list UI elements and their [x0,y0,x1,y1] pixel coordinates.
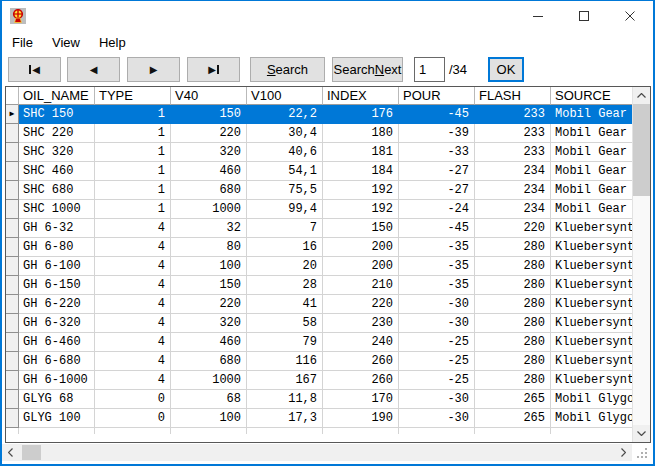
last-record-button[interactable]: ▶ [187,57,240,82]
row-selector[interactable] [6,371,19,390]
scroll-down-button[interactable] [633,425,650,442]
table-row[interactable]: GH 6-460446079240-25280Kluebersynth [6,333,632,352]
table-row[interactable]: SHC 10001100099,4192-24234Mobil Gear [6,200,632,219]
grid-cell[interactable]: 176 [323,105,399,124]
grid-cell[interactable]: 210 [323,276,399,295]
row-selector[interactable] [6,181,19,200]
record-number-input[interactable] [414,57,445,82]
grid-header-oil-name[interactable]: OIL_NAME [19,87,95,105]
grid-cell[interactable]: -25 [399,352,475,371]
grid-cell[interactable]: 4 [95,314,171,333]
grid-cell[interactable]: 234 [475,181,551,200]
grid-header-index[interactable]: INDEX [323,87,399,105]
grid-header-v100[interactable]: V100 [247,87,323,105]
grid-cell[interactable]: SHC 1000 [19,200,95,219]
row-selector[interactable] [6,238,19,257]
row-selector[interactable] [6,257,19,276]
grid-header-v40[interactable]: V40 [171,87,247,105]
grid-cell[interactable]: 280 [475,257,551,276]
grid-cell[interactable]: 0 [95,409,171,428]
grid-cell[interactable]: 230 [323,314,399,333]
grid-cell[interactable]: GH 6-220 [19,295,95,314]
grid-cell[interactable]: GH 6-32 [19,219,95,238]
grid-cell[interactable]: 4 [95,333,171,352]
grid-cell[interactable]: 22,2 [247,105,323,124]
row-selector[interactable] [6,219,19,238]
grid-cell[interactable]: 4 [95,276,171,295]
grid-cell[interactable]: -30 [399,390,475,409]
table-row[interactable]: GH 6-8048016200-35280Kluebersynth [6,238,632,257]
grid-cell[interactable]: -30 [399,409,475,428]
grid-cell[interactable]: 170 [323,390,399,409]
grid-cell[interactable]: GLYG 100 [19,409,95,428]
grid-cell[interactable]: 167 [247,371,323,390]
grid-cell[interactable]: 320 [171,143,247,162]
grid-cell[interactable]: Kluebersynth [551,314,632,333]
grid-cell[interactable]: 192 [323,200,399,219]
table-row[interactable]: GH 6-6804680116260-25280Kluebersynth [6,352,632,371]
grid-cell[interactable]: 220 [323,295,399,314]
grid-cell[interactable]: GLYG 68 [19,390,95,409]
table-row[interactable]: SHC 680168075,5192-27234Mobil Gear [6,181,632,200]
grid-cell[interactable]: 200 [323,238,399,257]
vertical-scrollbar-thumb[interactable] [633,104,650,196]
grid-cell[interactable]: Mobil Gear [551,143,632,162]
grid-cell[interactable]: 233 [475,105,551,124]
horizontal-scrollbar-thumb[interactable] [22,445,41,460]
vertical-scrollbar[interactable] [632,87,650,442]
grid-cell[interactable]: 100 [171,257,247,276]
grid-cell[interactable]: 180 [323,124,399,143]
grid-cell[interactable]: Mobil Gear [551,200,632,219]
grid-cell[interactable]: 680 [171,352,247,371]
grid-cell[interactable]: 200 [323,257,399,276]
close-button[interactable] [607,1,653,31]
scroll-up-button[interactable] [633,87,650,104]
grid-cell[interactable]: 11,8 [247,390,323,409]
grid-cell[interactable]: 4 [95,257,171,276]
scroll-right-button[interactable] [615,444,632,461]
grid-cell[interactable]: 233 [475,124,551,143]
grid-cell[interactable]: 1000 [171,200,247,219]
grid-cell[interactable]: 41 [247,295,323,314]
title-bar[interactable] [2,1,653,31]
table-row[interactable]: GLYG 6806811,8170-30265Mobil Glygoyl [6,390,632,409]
grid-header-pour[interactable]: POUR [399,87,475,105]
grid-cell[interactable]: 80 [171,238,247,257]
grid-cell[interactable]: 1 [95,143,171,162]
grid-cell[interactable]: GH 6-680 [19,352,95,371]
search-button[interactable]: Search [250,57,325,82]
row-selector[interactable] [6,124,19,143]
grid-cell[interactable]: 234 [475,200,551,219]
row-selector[interactable] [6,333,19,352]
grid-cell[interactable]: GH 6-100 [19,257,95,276]
table-row[interactable]: SHC 320132040,6181-33233Mobil Gear [6,143,632,162]
grid-cell[interactable]: -39 [399,124,475,143]
search-next-button[interactable]: Search Next [332,57,403,82]
table-row[interactable]: GLYG 100010017,3190-30265Mobil Glygoyl [6,409,632,428]
grid-cell[interactable]: SHC 150 [19,105,95,124]
grid-cell[interactable]: SHC 220 [19,124,95,143]
grid-cell[interactable]: 40,6 [247,143,323,162]
grid-cell[interactable]: 1 [95,105,171,124]
grid-cell[interactable]: Mobil Gear [551,162,632,181]
grid-cell[interactable]: 280 [475,371,551,390]
grid-cell[interactable]: 220 [475,219,551,238]
grid-cell[interactable]: 234 [475,162,551,181]
grid-cell[interactable]: 460 [171,333,247,352]
grid-cell[interactable]: 150 [171,276,247,295]
grid-cell[interactable]: GH 6-150 [19,276,95,295]
grid-cell[interactable]: 0 [95,390,171,409]
grid-cell[interactable]: -45 [399,219,475,238]
grid-cell[interactable]: 280 [475,276,551,295]
grid-cell[interactable]: 30,4 [247,124,323,143]
grid-cell[interactable]: Kluebersynth [551,238,632,257]
grid-cell[interactable]: -30 [399,314,475,333]
grid-cell[interactable]: 28 [247,276,323,295]
grid-cell[interactable]: 17,3 [247,409,323,428]
grid-cell[interactable]: Mobil Gear [551,124,632,143]
grid-cell[interactable]: 54,1 [247,162,323,181]
grid-cell[interactable]: Mobil Gear [551,105,632,124]
grid-header-source[interactable]: SOURCE [551,87,632,105]
grid-cell[interactable]: Kluebersynth [551,295,632,314]
grid-cell[interactable]: Kluebersynth [551,333,632,352]
